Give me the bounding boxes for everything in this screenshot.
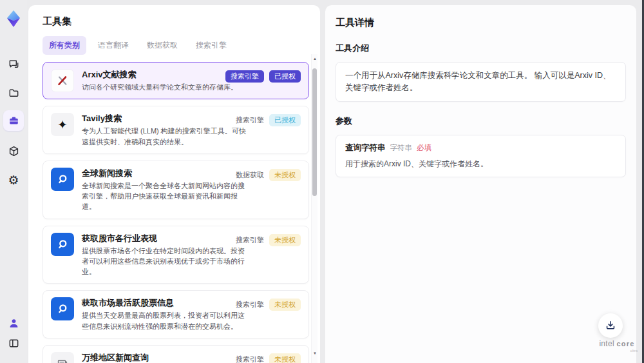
- category-tag: 数据获取: [236, 170, 264, 180]
- tab-search-engine[interactable]: 搜索引擎: [189, 36, 233, 55]
- intel-core-badge: intel core ultra: [594, 339, 640, 353]
- blue-search-icon: [51, 233, 74, 256]
- panels-icon: [8, 337, 20, 349]
- scroll-up-icon[interactable]: ▲: [312, 55, 318, 62]
- status-tag: 已授权: [269, 70, 301, 83]
- tool-description: 访问各个研究领域大量科学论文和文章的存储库。: [82, 82, 246, 92]
- core-wordmark: core: [617, 340, 635, 348]
- tool-list-panel: 工具集 所有类别 语言翻译 数据获取 搜索引擎 A: [28, 5, 320, 363]
- tool-card-active-stocks[interactable]: 获取市场最活跃股票信息 提供当天交易量最高的股票列表，投资者可以利用这些信息来识…: [43, 290, 309, 338]
- intro-heading: 工具介绍: [336, 43, 626, 54]
- tool-description: 专为人工智能代理 (LLM) 构建的搜索引擎工具。可快速提供实时、准确和真实的结…: [82, 126, 246, 147]
- tool-card-arxiv[interactable]: Arxiv文献搜索 访问各个研究领域大量科学论文和文章的存储库。 搜索引擎 已授…: [43, 62, 309, 99]
- app-logo-icon: [5, 9, 23, 28]
- tool-card-sector-performance[interactable]: 获取股市各行业表现 提供股票市场各个行业在特定时间段内的表现。投资者可以利用这些…: [43, 226, 309, 284]
- scroll-down-icon[interactable]: ▼: [312, 350, 318, 357]
- cube-icon: [8, 145, 20, 157]
- tool-detail-panel: 工具详情 工具介绍 一个用于从Arxiv存储库搜索科学论文和文章的工具。 输入可…: [325, 5, 636, 363]
- blue-search-icon: [51, 168, 74, 191]
- intel-sub-label: ultra: [594, 349, 640, 353]
- status-tag: 未授权: [269, 234, 301, 246]
- blue-search-icon: [51, 297, 74, 320]
- tab-data-fetch[interactable]: 数据获取: [140, 36, 184, 55]
- sidebar-item-files[interactable]: [0, 83, 27, 103]
- newspaper-icon: [51, 352, 74, 363]
- toolbox-icon: [8, 115, 20, 127]
- intel-wordmark: intel: [599, 339, 614, 348]
- param-name: 查询字符串: [345, 142, 386, 153]
- sidebar-item-settings[interactable]: ⚙: [0, 170, 27, 190]
- app-logo: [0, 8, 27, 30]
- status-tag: 未授权: [269, 169, 301, 181]
- arxiv-logo-icon: [51, 69, 74, 92]
- gear-icon: ⚙: [8, 174, 19, 186]
- tool-card-list: Arxiv文献搜索 访问各个研究领域大量科学论文和文章的存储库。 搜索引擎 已授…: [43, 62, 309, 363]
- sidebar: ⚙: [0, 0, 27, 363]
- category-tag: 搜索引擎: [236, 235, 264, 245]
- status-tag: 已授权: [269, 114, 301, 126]
- tool-card-tavily[interactable]: ✦ Tavily搜索 专为人工智能代理 (LLM) 构建的搜索引擎工具。可快速提…: [43, 106, 309, 154]
- tool-description: 提供股票市场各个行业在特定时间段内的表现。投资者可以利用这些信息来识别表现优于或…: [82, 246, 246, 277]
- sparkle-star-icon: ✦: [51, 113, 74, 136]
- list-scrollbar[interactable]: ▲ ▼: [311, 54, 317, 363]
- params-heading: 参数: [336, 115, 626, 127]
- tool-description: 全球新闻搜索是一个聚合全球各大新闻网站内容的搜索引擎，帮助用户快速获取全球最新资…: [82, 181, 246, 212]
- category-tabs: 所有类别 语言翻译 数据获取 搜索引擎: [43, 36, 320, 55]
- app-window: ⚙ 工具集 所有类别 语言翻译 数据获取 搜索引擎: [0, 0, 644, 363]
- sidebar-item-tools[interactable]: [0, 111, 27, 130]
- user-icon: [8, 317, 20, 329]
- tool-card-global-news[interactable]: 全球新闻搜索 全球新闻搜索是一个聚合全球各大新闻网站内容的搜索引擎，帮助用户快速…: [43, 161, 309, 219]
- status-tag: 未授权: [269, 353, 301, 363]
- intro-card: 一个用于从Arxiv存储库搜索科学论文和文章的工具。 输入可以是Arxiv ID…: [336, 62, 626, 102]
- tab-all-categories[interactable]: 所有类别: [43, 36, 86, 55]
- param-card: 查询字符串 字符串 必填 用于搜索的Arxiv ID、关键字或作者姓名。: [336, 135, 626, 177]
- status-tag: 未授权: [269, 299, 301, 311]
- param-description: 用于搜索的Arxiv ID、关键字或作者姓名。: [345, 159, 616, 170]
- sidebar-item-packages[interactable]: [0, 141, 27, 161]
- sidebar-item-collapse[interactable]: [0, 333, 27, 353]
- category-tag: 搜索引擎: [236, 115, 264, 125]
- tool-description: 提供当天交易量最高的股票列表，投资者可以利用这些信息来识别流动性强的股票和潜在的…: [82, 310, 246, 331]
- category-tag: 搜索引擎: [236, 300, 264, 309]
- intro-text: 一个用于从Arxiv存储库搜索科学论文和文章的工具。 输入可以是Arxiv ID…: [345, 70, 616, 94]
- tab-language-translation[interactable]: 语言翻译: [91, 36, 135, 55]
- download-icon: [604, 319, 617, 332]
- param-type: 字符串: [390, 143, 413, 153]
- scrollbar-thumb[interactable]: [312, 68, 317, 196]
- chat-icon: [8, 58, 20, 70]
- detail-title: 工具详情: [336, 17, 626, 29]
- category-tag: 搜索引擎: [236, 355, 264, 363]
- sidebar-item-profile[interactable]: [0, 313, 27, 333]
- category-tag: 搜索引擎: [225, 70, 264, 83]
- page-title: 工具集: [43, 15, 320, 28]
- download-button[interactable]: [598, 313, 623, 338]
- param-required-badge: 必填: [417, 143, 431, 153]
- tool-card-regional-news[interactable]: 万维地区新闻查询 查询具体行政区划内的新闻，快速了解各地新闻动态。 搜索引擎 未…: [43, 345, 309, 363]
- folder-icon: [8, 87, 20, 99]
- sidebar-item-chat[interactable]: [0, 54, 27, 74]
